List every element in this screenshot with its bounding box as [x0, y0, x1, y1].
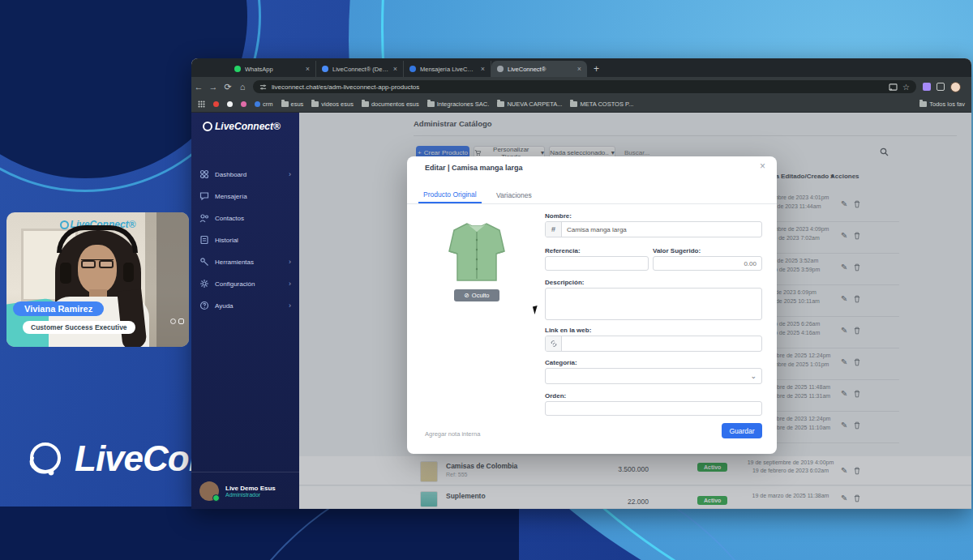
edit-icon[interactable]: ✎: [841, 421, 847, 430]
tab-whatsapp[interactable]: WhatsApp ×: [229, 61, 316, 77]
help-icon: [199, 301, 209, 310]
delete-icon[interactable]: [854, 421, 860, 430]
delete-icon[interactable]: [854, 263, 860, 271]
edit-icon[interactable]: ✎: [841, 390, 847, 398]
liveconnect-favicon: [322, 66, 328, 72]
sidebar-item-label: Mensajería: [215, 193, 247, 200]
sidebar-user[interactable]: Live Demo Esus Administrador: [191, 472, 299, 509]
valor-sugerido-input[interactable]: [653, 256, 762, 271]
bookmark-nueva-carpeta[interactable]: NUEVA CARPETA...: [497, 100, 562, 108]
nombre-input[interactable]: [562, 222, 761, 237]
close-tab-icon[interactable]: ×: [306, 65, 310, 73]
edit-icon[interactable]: ✎: [841, 232, 847, 240]
descripcion-textarea[interactable]: [545, 288, 762, 320]
delete-icon[interactable]: [854, 467, 860, 475]
caret-down-icon: ▾: [541, 149, 544, 156]
search-icon[interactable]: [880, 147, 889, 156]
bookmark-integraciones[interactable]: Integraciones SAC.: [427, 100, 490, 108]
tab-label: LiveConnect® (Demo) - Liv: [332, 66, 389, 73]
extension-icon[interactable]: [923, 83, 931, 91]
tools-icon: [199, 257, 209, 267]
sidebar-item-configuracion[interactable]: Configuración ›: [191, 274, 299, 293]
bookmark-meta-costos[interactable]: META COSTOS P...: [570, 100, 633, 108]
delete-icon[interactable]: [854, 327, 860, 335]
orden-input[interactable]: [545, 401, 762, 416]
profile-avatar[interactable]: [950, 82, 961, 92]
liveconnect-favicon: [497, 66, 504, 72]
tab-liveconnect-demo[interactable]: LiveConnect® (Demo) - Liv ×: [316, 61, 404, 77]
field-label-orden: Orden:: [545, 392, 566, 400]
referencia-input[interactable]: [545, 256, 649, 271]
delete-icon[interactable]: [854, 390, 860, 398]
back-icon[interactable]: ←: [191, 82, 206, 92]
folder-icon: [919, 101, 927, 107]
bookmark-crm[interactable]: crm: [255, 100, 273, 108]
add-internal-note-link[interactable]: Agregar nota interna: [425, 430, 480, 438]
product-row-camisas[interactable]: Camisas de Colombia Ref: 555 3.500.000 A…: [299, 456, 971, 485]
folder-icon: [427, 101, 435, 107]
sidebar-item-dashboard[interactable]: Dashboard ›: [191, 165, 299, 184]
edit-icon[interactable]: ✎: [841, 295, 847, 303]
close-icon[interactable]: ×: [760, 160, 765, 172]
bookmark-documentos-esus[interactable]: documentos esus: [362, 100, 419, 108]
edit-icon[interactable]: ✎: [841, 358, 847, 366]
delete-icon[interactable]: [854, 295, 860, 303]
delete-icon[interactable]: [854, 494, 860, 502]
home-icon[interactable]: ⌂: [235, 82, 250, 92]
tab-producto-original[interactable]: Producto Original: [418, 187, 482, 203]
bookmark-label: Todos los fav: [929, 100, 965, 108]
tab-strip: WhatsApp × LiveConnect® (Demo) - Liv × M…: [191, 58, 971, 77]
edit-icon[interactable]: ✎: [841, 494, 847, 502]
bookmark-favicon[interactable]: [241, 101, 246, 107]
chevron-right-icon: ›: [289, 301, 291, 310]
delete-icon[interactable]: [854, 232, 860, 240]
save-button[interactable]: Guardar: [722, 423, 762, 438]
product-row-suplemento[interactable]: Suplemento 22.000 Activo 19 de marzo de …: [299, 486, 971, 509]
delete-icon[interactable]: [854, 358, 860, 366]
workspace-icon[interactable]: [937, 83, 945, 91]
reload-icon[interactable]: ⟳: [221, 82, 235, 92]
product-thumbnail: [420, 461, 438, 482]
url-bar[interactable]: liveconnect.chat/es/adm-liveconnect-app-…: [253, 80, 916, 93]
edit-icon[interactable]: ✎: [841, 467, 847, 475]
sidebar-item-herramientas[interactable]: Herramientas ›: [191, 252, 299, 271]
user-avatar: [199, 481, 219, 501]
hide-product-button[interactable]: ⊘ Oculto: [454, 289, 499, 301]
bookmark-favicon[interactable]: [213, 101, 219, 107]
edit-icon[interactable]: ✎: [841, 200, 847, 208]
crm-favicon: [255, 101, 260, 107]
bookmark-esus[interactable]: esus: [281, 100, 304, 108]
edit-icon[interactable]: ✎: [841, 327, 847, 335]
apps-grid-icon[interactable]: [198, 100, 205, 108]
sidebar-item-label: Dashboard: [215, 171, 246, 178]
user-role: Administrador: [225, 492, 276, 498]
sidebar-item-contactos[interactable]: Contactos: [191, 208, 299, 228]
sidebar-item-mensajeria[interactable]: Mensajería: [191, 186, 299, 206]
cast-icon[interactable]: [889, 83, 898, 91]
tab-variaciones[interactable]: Variaciones: [491, 187, 537, 203]
bookmark-star-icon[interactable]: ☆: [902, 83, 910, 92]
page-title: Administrar Catálogo: [414, 119, 492, 128]
whatsapp-icon: [170, 318, 176, 324]
forward-icon[interactable]: →: [206, 82, 221, 92]
bookmark-favicon[interactable]: [227, 101, 233, 107]
bookmark-all-favorites[interactable]: Todos los fav: [919, 100, 965, 108]
close-tab-icon[interactable]: ×: [481, 65, 485, 73]
link-input[interactable]: [562, 336, 761, 351]
product-name: Suplemento: [446, 492, 486, 500]
sidebar-item-historial[interactable]: Historial: [191, 230, 299, 250]
bookmark-label: esus: [291, 100, 304, 108]
edit-icon[interactable]: ✎: [841, 263, 847, 271]
field-label-link: Link en la web:: [545, 327, 591, 334]
webcam-video: LiveConnect® Viviana Ramirez Customer Su…: [6, 212, 189, 347]
tab-mensajeria[interactable]: Mensajería LiveConnect ×: [404, 61, 491, 77]
delete-icon[interactable]: [854, 200, 860, 208]
bookmark-videos-esus[interactable]: videos esus: [311, 100, 354, 108]
close-tab-icon[interactable]: ×: [577, 65, 581, 73]
close-tab-icon[interactable]: ×: [393, 65, 397, 73]
tab-liveconnect-active[interactable]: LiveConnect® ×: [491, 61, 587, 77]
categoria-select[interactable]: ⌄: [545, 368, 762, 384]
create-product-label: Crear Producto: [424, 149, 468, 156]
sidebar-item-ayuda[interactable]: Ayuda ›: [191, 296, 299, 315]
new-tab-button[interactable]: +: [594, 61, 599, 77]
